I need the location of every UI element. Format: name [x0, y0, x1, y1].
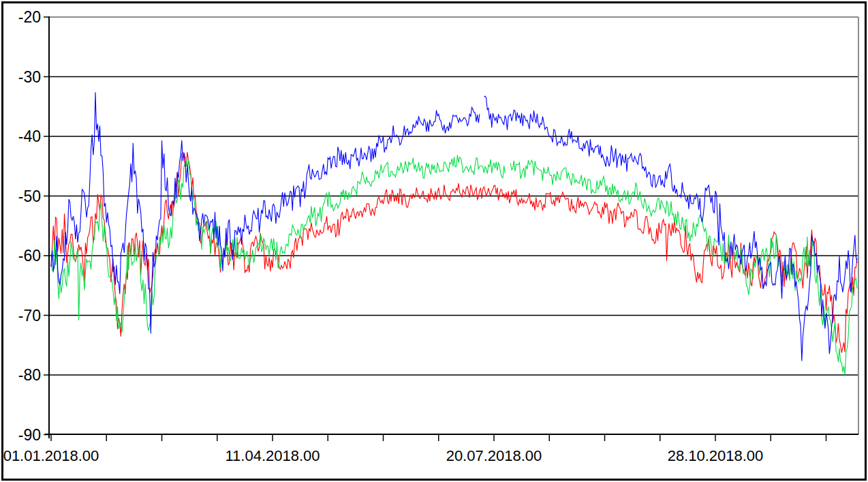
y-axis-label: -70	[18, 307, 41, 325]
x-axis-label: 28.10.2018.00	[668, 447, 764, 464]
y-axis-label: -40	[18, 127, 41, 145]
y-axis-label: -50	[18, 187, 41, 205]
y-axis-label: -60	[18, 247, 41, 265]
x-axis-label: 11.04.2018.00	[225, 447, 320, 464]
y-axis-label: -90	[18, 426, 41, 444]
chart-page: -20-30-40-50-60-70-80-9001.01.2018.0011.…	[0, 0, 868, 482]
x-axis-label: 01.01.2018.00	[3, 447, 99, 464]
y-axis-label: -20	[18, 8, 41, 26]
y-axis-label: -30	[18, 68, 41, 86]
y-axis-label: -80	[18, 366, 41, 384]
chart-canvas: -20-30-40-50-60-70-80-9001.01.2018.0011.…	[0, 0, 868, 482]
x-axis-label: 20.07.2018.00	[446, 447, 542, 464]
